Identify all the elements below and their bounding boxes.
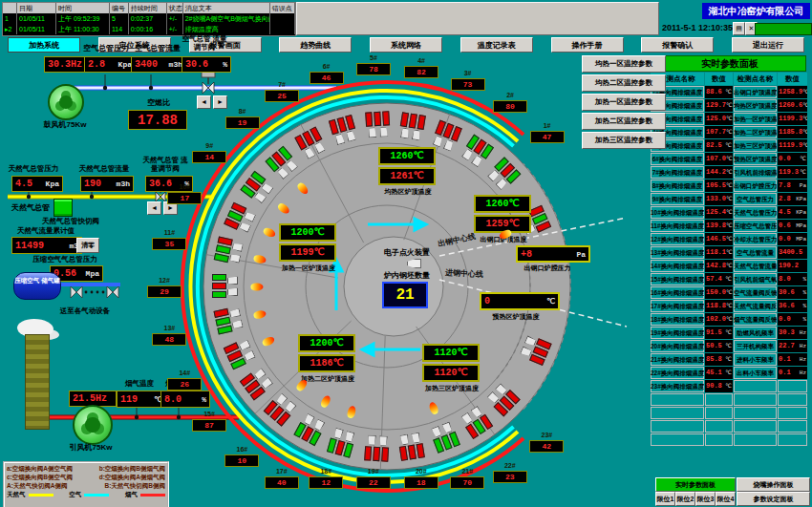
parameter-value-cell: 139.8℃ xyxy=(705,220,733,232)
menu-button-系统网络[interactable]: 系统网络 xyxy=(370,37,442,53)
realtime-parameter-panel: 实时参数面板 检测点名称数值检测点名称数值1#换向阀排烟温度88.6℃出钢口炉顶… xyxy=(650,53,810,505)
menu-button-退出运行[interactable]: 退出运行 xyxy=(732,37,804,53)
gas-pressure-led: 4.5Kpa xyxy=(11,176,63,192)
zone-param-button[interactable]: 加热一区温控参数 xyxy=(582,94,666,111)
menu-button-报警确认[interactable]: 报警确认 xyxy=(641,37,714,53)
parameter-value-cell: 107.7℃ xyxy=(705,126,733,138)
parameter-name-cell: 7#换向阀排烟温度 xyxy=(651,166,704,179)
parameter-value-cell: 0.6MPa xyxy=(778,220,807,232)
parameter-value-cell: 1260.6℃ xyxy=(778,99,807,112)
legend-line-item: 空气 xyxy=(69,491,109,499)
zone-temp-display: 1200℃1186℃加热二区炉顶温度 xyxy=(298,334,357,384)
burner-value-led: 14 xyxy=(192,151,226,163)
parameter-name-cell xyxy=(651,433,704,446)
blower-frequency-led: 30.3Hz xyxy=(44,56,90,73)
zone-actual-led: 1186℃ xyxy=(298,354,355,372)
footer-button-limit-2[interactable]: 限位2 xyxy=(675,492,695,506)
parameter-row xyxy=(651,407,808,419)
billet-count-label: 炉内钢坯数量 xyxy=(374,271,439,281)
parameter-value-cell: 125.4℃ xyxy=(705,206,733,219)
parameter-row: 3#换向阀排烟温度125.0℃加热一区炉顶温度1199.3℃ xyxy=(651,113,808,125)
zone-param-button[interactable]: 加热三区温控参数 xyxy=(582,132,666,149)
legend-lines: 天然气空气烟气 xyxy=(7,491,165,499)
burner-bodies xyxy=(363,126,393,138)
parameter-name-cell xyxy=(651,393,704,406)
burner-value-led: 40 xyxy=(265,476,299,489)
footer-button-burner-panel[interactable]: 烧嘴操作面板 xyxy=(737,477,810,492)
alarm-row[interactable]: 101/05/11上午 09:52:3950:02:37+/-2#烧嘴A侧空气B… xyxy=(3,13,295,24)
alarm-row[interactable]: ▸201/05/11上午 11:00:301140:00:16+/-排烟温度高 xyxy=(3,24,295,34)
valve-bar xyxy=(373,446,380,460)
burner-plate: 23#42 xyxy=(527,432,566,453)
parameter-name-cell: 18#换向阀排烟温度 xyxy=(651,313,704,326)
burner-number-label: 13# xyxy=(150,325,188,332)
zone-param-button[interactable]: 加热二区温控参数 xyxy=(582,113,666,130)
parameter-row: 18#换向阀排烟温度102.0℃烟气流量阀反馈0.0% xyxy=(651,313,808,326)
parameter-value-cell: 0.0MPa xyxy=(778,233,807,245)
alarm-column-header: 编号 xyxy=(110,3,129,13)
parameter-row: 10#换向阀排烟温度125.4℃天然气总管压力4.5KPa xyxy=(651,206,808,219)
zone-param-button[interactable]: 均热一区温控参数 xyxy=(582,55,666,73)
footer-button-realtime-panel[interactable]: 实时参数面板 xyxy=(655,477,736,492)
gas-total-clear-button[interactable]: 清零 xyxy=(76,238,99,253)
parameter-value-cell: 144.2℃ xyxy=(705,166,733,179)
parameter-row: 15#换向阀排烟温度57.4℃引风机前烟气氧含量8.0% xyxy=(651,273,808,285)
valve-bar xyxy=(212,274,226,281)
menu-button-温度记录表[interactable]: 温度记录表 xyxy=(460,37,533,53)
air-valve-close-button[interactable]: ◄ xyxy=(197,95,211,109)
burner-plate: 8#19 xyxy=(224,108,262,129)
legend-line-item: 天然气 xyxy=(7,491,53,499)
parameter-value-cell: 1258.9℃ xyxy=(778,86,807,98)
parameter-value-cell: 1199.3℃ xyxy=(778,113,807,125)
gas-valve-close-button[interactable]: ◄ xyxy=(147,201,161,215)
footer-button-limit-3[interactable]: 限位3 xyxy=(695,492,716,506)
legend-row: A:天然气快切阀A侧阀B:天然气快切阀B侧阀 xyxy=(7,481,165,490)
parameter-row: 2#换向阀排烟温度129.7℃均热区炉顶温度1260.6℃ xyxy=(651,99,808,112)
flame-icon xyxy=(250,283,263,290)
burner-body-icon xyxy=(412,129,422,140)
zone-param-button[interactable]: 均热二区温控参数 xyxy=(582,74,666,92)
burner-plate: 18#12 xyxy=(307,468,345,489)
air-flow-led: 3400m3h xyxy=(131,56,186,73)
footer-button-setting-panel[interactable]: 参数设定面板 xyxy=(737,492,810,506)
footer-button-limit-1[interactable]: 限位1 xyxy=(655,492,675,506)
burner-body-icon xyxy=(345,430,356,442)
parameter-row: 17#换向阀排烟温度118.8℃天然气流量阀反馈36.6% xyxy=(651,300,808,312)
burner-valve-cluster xyxy=(212,272,237,301)
valve-bar xyxy=(374,112,381,126)
valve-bar xyxy=(212,291,226,298)
parameter-value-cell: 0.1Hz xyxy=(778,367,807,379)
gas-quick-cut-valve-icon[interactable] xyxy=(53,199,73,217)
burner-body-icon xyxy=(229,308,242,319)
parameter-name-cell: 出料小车频率 xyxy=(734,367,777,379)
menu-button-操作手册[interactable]: 操作手册 xyxy=(551,37,624,53)
parameter-name-cell: 进料小车频率 xyxy=(734,353,777,366)
parameter-name-cell: 引风机前排烟温度 xyxy=(734,166,777,179)
valve-bar xyxy=(408,444,417,459)
burner-plate: 20#18 xyxy=(402,468,440,489)
preheat-temp-label: 预热区炉顶温度 xyxy=(474,312,558,322)
menu-button-加热系统[interactable]: 加热系统 xyxy=(8,37,80,53)
alarm-cell xyxy=(270,13,295,24)
menu-button-趋势曲线[interactable]: 趋势曲线 xyxy=(279,37,352,53)
burner-number-label: 14# xyxy=(165,370,203,377)
parameter-row: 4#换向阀排烟温度107.7℃加热二区炉顶温度1185.8℃ xyxy=(651,126,808,138)
parameter-row: 13#换向阀排烟温度118.1℃空气总管流量3400.5 xyxy=(651,246,808,259)
parameter-name-cell: 16#换向阀排烟温度 xyxy=(651,286,704,299)
burner-plate: 22#23 xyxy=(491,462,529,483)
gas-quick-valve-label: 天然气总管快切阀 xyxy=(34,217,107,226)
parameter-value-cell xyxy=(778,420,807,433)
parameter-name-cell: 三开机构频率 xyxy=(734,340,777,352)
parameter-value-cell: 88.6℃ xyxy=(705,86,733,98)
footer-button-limit-4[interactable]: 限位4 xyxy=(716,492,736,506)
parameter-value-cell: 118.8℃ xyxy=(705,300,733,312)
parameter-name-cell: 压缩空气总管压力 xyxy=(734,220,777,232)
printer-icon[interactable]: ▤ xyxy=(733,22,745,35)
parameter-value-cell: 36.6% xyxy=(778,300,807,312)
parameter-value-cell: 2.8KPa xyxy=(778,193,807,205)
parameter-name-cell xyxy=(734,407,777,419)
burner-number-label: 23# xyxy=(527,432,566,439)
parameter-name-cell: 天然气总管压力 xyxy=(734,206,777,219)
burner-value-led: 78 xyxy=(356,63,391,75)
burner-value-led: 12 xyxy=(309,476,343,489)
